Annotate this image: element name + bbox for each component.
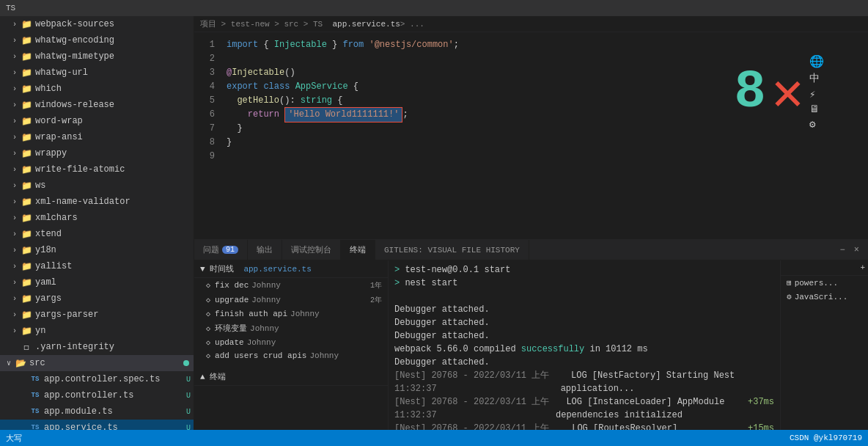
terminal-javascript[interactable]: ⚙ JavaScri...	[781, 290, 868, 304]
sidebar-item-src[interactable]: ∨ 📂 src	[0, 355, 194, 371]
modified-badge	[183, 360, 189, 366]
bottom-panel: 问题 91 输出 调试控制台 终端 GITLENS: VISUAL FILE H…	[194, 239, 868, 430]
git-item-env[interactable]: ◇ 环境变量 Johnny	[194, 321, 388, 336]
folder-icon: 📁	[21, 293, 32, 304]
folder-icon: 📁	[21, 196, 32, 208]
tab-gitlens[interactable]: GITLENS: VISUAL FILE HISTORY	[375, 240, 529, 260]
tab-debug-console[interactable]: 调试控制台	[282, 240, 341, 260]
icon-lightning: ⚡	[809, 88, 824, 100]
line-numbers: 1 2 3 4 5 6 7 8 9	[194, 32, 221, 239]
git-item-finish-auth-api[interactable]: ◇ finish auth api Johnny	[194, 307, 388, 321]
ts-file-icon: TS	[29, 390, 41, 401]
code-line-1: import { Injectable } from '@nestjs/comm…	[227, 38, 868, 52]
ts-file-icon: TS	[29, 422, 41, 430]
main-layout: › 📁 webpack-sources › 📁 whatwg-encoding …	[0, 16, 868, 430]
chevron-right-icon: ›	[9, 34, 21, 46]
git-item-add-users[interactable]: ◇ add users crud apis Johnny	[194, 349, 388, 362]
ts-file-icon: TS	[29, 406, 41, 417]
status-csdn: CSDN @ykl970719	[790, 434, 862, 442]
title-bar: TS	[0, 0, 868, 16]
sidebar-item-xml-name-validator[interactable]: › 📁 xml-name-validator	[0, 194, 194, 210]
tab-terminal[interactable]: 终端	[341, 240, 375, 260]
tab-output[interactable]: 输出	[248, 240, 282, 260]
terminal-side-panel: + ⊞ powers... ⚙ JavaScri...	[780, 260, 868, 430]
sidebar-item-app-module[interactable]: › TS app.module.ts U	[0, 403, 194, 420]
git-item-update[interactable]: ◇ update Johnny	[194, 336, 388, 349]
folder-icon: 📁	[21, 67, 32, 78]
git-commit-icon: ◇	[206, 310, 210, 318]
folder-icon: 📁	[21, 309, 32, 321]
folder-icon: 📁	[21, 131, 32, 143]
sidebar-item-yaml[interactable]: › 📁 yaml	[0, 274, 194, 290]
folder-icon: 📁	[21, 212, 32, 224]
sidebar-item-app-controller-spec[interactable]: › TS app.controller.spec.ts U	[0, 371, 194, 387]
folder-icon: 📁	[21, 99, 32, 111]
sidebar-item-which[interactable]: › 📁 which	[0, 81, 194, 97]
watermark-icons: 🌐 中 ⚡ 🖥 ⚙	[809, 54, 824, 131]
right-panel: 项目 > test-new > src > TS app.service.ts …	[194, 16, 868, 430]
terminal-container: > test-new@0.0.1 start > nest start Debu…	[389, 260, 780, 430]
sidebar-item-wrappy[interactable]: › 📁 wrappy	[0, 145, 194, 161]
terminal-section-header: ▲ 终端	[194, 368, 388, 386]
minimize-button[interactable]: −	[837, 244, 848, 257]
git-commit-icon: ◇	[206, 324, 210, 333]
chevron-right-icon: ›	[9, 228, 21, 240]
sidebar-item-yargs[interactable]: › 📁 yargs	[0, 290, 194, 307]
code-line-8: }	[227, 136, 868, 150]
chevron-right-icon: ›	[9, 67, 21, 78]
code-line-9	[227, 150, 868, 164]
sidebar-item-y18n[interactable]: › 📁 y18n	[0, 242, 194, 258]
chevron-right-icon: ›	[9, 212, 21, 224]
term-line-1: > test-new@0.0.1 start	[394, 263, 774, 277]
chevron-right-icon: ›	[9, 293, 21, 304]
chevron-down-icon: ∨	[3, 357, 15, 369]
chevron-right-icon: ›	[9, 244, 21, 256]
git-item-upgrade[interactable]: ◇ upgrade Johnny 2年	[194, 293, 388, 307]
sidebar-item-xmlchars[interactable]: › 📁 xmlchars	[0, 210, 194, 226]
gitlens-panel: ▼ 时间线 app.service.ts ◇ fix dec Johnny 1年…	[194, 260, 389, 430]
git-commit-icon: ◇	[206, 296, 210, 304]
sidebar-item-xtend[interactable]: › 📁 xtend	[0, 226, 194, 242]
icon-screen: 🖥	[809, 103, 824, 115]
breadcrumb: 项目 > test-new > src > TS app.service.ts …	[194, 16, 868, 32]
tab-problems[interactable]: 问题 91	[194, 240, 248, 260]
sidebar-item-write-file-atomic[interactable]: › 📁 write-file-atomic	[0, 161, 194, 178]
chevron-right-icon: ›	[9, 51, 21, 62]
sidebar-item-yarn-integrity[interactable]: › ◻ .yarn-integrity	[0, 339, 194, 355]
sidebar-item-yargs-parser[interactable]: › 📁 yargs-parser	[0, 307, 194, 323]
sidebar-item-whatwg-mimetype[interactable]: › 📁 whatwg-mimetype	[0, 48, 194, 65]
panel-tabs: 问题 91 输出 调试控制台 终端 GITLENS: VISUAL FILE H…	[194, 240, 868, 260]
folder-icon: 📁	[21, 244, 32, 256]
sidebar-item-wrap-ansi[interactable]: › 📁 wrap-ansi	[0, 129, 194, 145]
term-log-2: [Nest] 20768 - 2022/03/11 上午11:32:37 LOG…	[394, 395, 774, 422]
terminal-powershell[interactable]: ⊞ powers...	[781, 276, 868, 290]
close-button[interactable]: ×	[851, 244, 862, 257]
term-log-1: [Nest] 20768 - 2022/03/11 上午11:32:37 LOG…	[394, 369, 774, 395]
breadcrumb-more: > ...	[400, 20, 424, 29]
terminal-output[interactable]: > test-new@0.0.1 start > nest start Debu…	[389, 260, 780, 430]
modified-badge: U	[186, 408, 191, 416]
chevron-right-icon: ›	[9, 115, 21, 127]
sidebar-item-whatwg-encoding[interactable]: › 📁 whatwg-encoding	[0, 32, 194, 48]
chevron-right-icon: ›	[9, 260, 21, 272]
folder-icon: 📁	[21, 228, 32, 240]
sidebar-item-yallist[interactable]: › 📁 yallist	[0, 258, 194, 274]
git-item-fix-dec[interactable]: ◇ fix dec Johnny 1年	[194, 278, 388, 293]
folder-icon: 📁	[21, 260, 32, 272]
settings-icon: ⚙	[787, 292, 792, 301]
sidebar-item-webpack-sources[interactable]: › 📁 webpack-sources	[0, 16, 194, 32]
sidebar-item-yn[interactable]: › 📁 yn	[0, 323, 194, 339]
chevron-right-icon: ›	[9, 309, 21, 321]
sidebar-item-windows-release[interactable]: › 📁 windows-release	[0, 97, 194, 113]
chevron-right-icon: ›	[9, 18, 21, 30]
term-line-3	[394, 290, 774, 303]
sidebar-item-app-service[interactable]: › TS app.service.ts U	[0, 420, 194, 430]
sidebar-item-ws[interactable]: › 📁 ws	[0, 178, 194, 194]
folder-icon: 📁	[21, 180, 32, 191]
modified-badge: U	[186, 424, 191, 431]
add-terminal-button[interactable]: +	[860, 263, 865, 272]
sidebar-item-app-controller[interactable]: › TS app.controller.ts U	[0, 387, 194, 403]
term-log-3: [Nest] 20768 - 2022/03/11 上午11:32:37 LOG…	[394, 422, 774, 430]
sidebar-item-whatwg-url[interactable]: › 📁 whatwg-url	[0, 65, 194, 81]
sidebar-item-word-wrap[interactable]: › 📁 word-wrap	[0, 113, 194, 129]
